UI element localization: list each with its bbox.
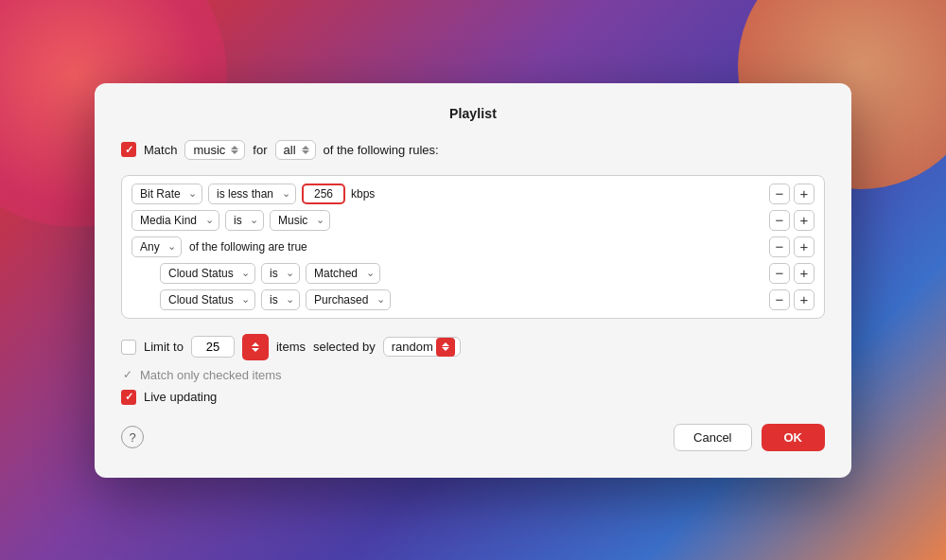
any-add-button[interactable]: +	[794, 236, 815, 257]
items-label: items	[276, 340, 306, 354]
bitrate-condition-select[interactable]: is less than	[208, 184, 296, 204]
match-only-row: ✓ Match only checked items	[121, 368, 825, 382]
action-buttons: Cancel OK	[674, 424, 825, 451]
any-rule-buttons: − +	[769, 236, 815, 257]
cloudstatus2-condition-select[interactable]: is	[261, 289, 300, 310]
rule-row-mediakind: Media Kind is Music − +	[131, 210, 815, 231]
cloudstatus1-add-button[interactable]: +	[794, 263, 815, 284]
live-updating-label: Live updating	[144, 390, 217, 404]
for-label: for	[253, 143, 267, 157]
rules-area: Bit Rate is less than kbps − +	[121, 175, 825, 319]
mediakind-value-wrapper[interactable]: Music	[270, 210, 330, 231]
any-row: Any of the following are true − +	[131, 236, 815, 257]
button-row: ? Cancel OK	[121, 424, 825, 451]
limit-value-input[interactable]	[191, 336, 235, 358]
ok-button[interactable]: OK	[762, 424, 826, 451]
dialog-title: Playlist	[121, 106, 825, 121]
cloudstatus2-add-button[interactable]: +	[794, 289, 815, 310]
bitrate-field-wrapper[interactable]: Bit Rate	[131, 184, 202, 204]
match-label: Match	[144, 143, 177, 157]
limit-row: Limit to items selected by random	[121, 334, 825, 360]
bitrate-remove-button[interactable]: −	[769, 184, 790, 204]
bitrate-condition-wrapper[interactable]: is less than	[208, 184, 296, 204]
mediakind-condition-wrapper[interactable]: is	[225, 210, 264, 231]
live-updating-row: Live updating	[121, 390, 825, 405]
all-stepper-arrows	[302, 146, 309, 154]
mediakind-remove-button[interactable]: −	[769, 210, 790, 231]
limit-checkbox[interactable]	[121, 340, 136, 355]
mediakind-rule-buttons: − +	[769, 210, 815, 231]
subrule-row-matched: Cloud Status is Matched − +	[131, 263, 815, 284]
selected-by-select[interactable]: random	[383, 337, 461, 357]
cloudstatus2-field-select[interactable]: Cloud Status	[160, 289, 255, 310]
limit-label: Limit to	[144, 340, 184, 354]
bitrate-field-select[interactable]: Bit Rate	[131, 184, 202, 204]
all-select[interactable]: all	[275, 140, 316, 160]
cloudstatus1-field-wrapper[interactable]: Cloud Status	[160, 263, 255, 284]
cloudstatus1-remove-button[interactable]: −	[769, 263, 790, 284]
any-sublabel: of the following are true	[189, 240, 307, 254]
music-stepper-arrows	[231, 146, 238, 154]
cloudstatus2-value-wrapper[interactable]: Purchased	[306, 289, 391, 310]
limit-stepper[interactable]	[242, 334, 269, 360]
live-updating-checkbox[interactable]	[121, 390, 136, 405]
cloudstatus2-rule-buttons: − +	[769, 289, 815, 310]
any-field-wrapper[interactable]: Any	[131, 236, 182, 257]
rule-row-bitrate: Bit Rate is less than kbps − +	[131, 184, 815, 204]
bitrate-value-input[interactable]	[302, 184, 345, 204]
bitrate-rule-buttons: − +	[769, 184, 815, 204]
bitrate-add-button[interactable]: +	[794, 184, 815, 204]
music-select[interactable]: music	[184, 140, 245, 160]
match-row: Match music for all of the following rul…	[121, 140, 825, 160]
cancel-button[interactable]: Cancel	[674, 424, 751, 451]
selected-by-label: selected by	[313, 340, 376, 354]
cloudstatus2-value-select[interactable]: Purchased	[306, 289, 391, 310]
match-only-label: Match only checked items	[140, 368, 282, 382]
mediakind-field-select[interactable]: Media Kind	[131, 210, 219, 231]
cloudstatus1-value-wrapper[interactable]: Matched	[306, 263, 380, 284]
cloudstatus1-value-select[interactable]: Matched	[306, 263, 380, 284]
cloudstatus1-rule-buttons: − +	[769, 263, 815, 284]
any-remove-button[interactable]: −	[769, 236, 790, 257]
random-stepper-arrows	[436, 338, 455, 357]
subrule-row-purchased: Cloud Status is Purchased − +	[131, 289, 815, 310]
playlist-dialog: Playlist Match music for all	[95, 83, 851, 478]
cloudstatus1-condition-select[interactable]: is	[261, 263, 300, 284]
of-following-label: of the following rules:	[324, 143, 439, 157]
match-only-checkmark-icon: ✓	[123, 368, 132, 381]
cloudstatus1-field-select[interactable]: Cloud Status	[160, 263, 255, 284]
cloudstatus2-condition-wrapper[interactable]: is	[261, 289, 300, 310]
mediakind-value-select[interactable]: Music	[270, 210, 330, 231]
any-field-select[interactable]: Any	[131, 236, 182, 257]
mediakind-condition-select[interactable]: is	[225, 210, 264, 231]
kbps-label: kbps	[351, 187, 375, 201]
cloudstatus1-condition-wrapper[interactable]: is	[261, 263, 300, 284]
match-checkbox[interactable]	[121, 142, 136, 157]
mediakind-add-button[interactable]: +	[794, 210, 815, 231]
mediakind-field-wrapper[interactable]: Media Kind	[131, 210, 219, 231]
cloudstatus2-remove-button[interactable]: −	[769, 289, 790, 310]
cloudstatus2-field-wrapper[interactable]: Cloud Status	[160, 289, 255, 310]
help-button[interactable]: ?	[121, 426, 144, 448]
